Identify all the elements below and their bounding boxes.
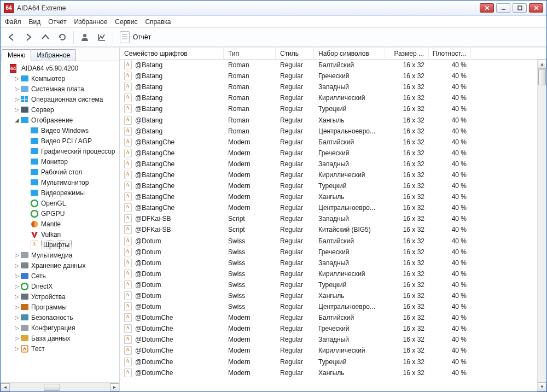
tree-node[interactable]: ▷Конфигурация: [1, 323, 119, 333]
table-row[interactable]: @DotumCheModernRegularХангыль16 x 3240 %: [120, 367, 546, 378]
table-row[interactable]: @DotumCheModernRegularГреческий16 x 3240…: [120, 323, 546, 334]
twist-icon[interactable]: ▷: [14, 96, 20, 102]
tree-node[interactable]: Графический процессор: [1, 146, 119, 156]
column-header[interactable]: Плотност...: [429, 48, 471, 59]
tree-node[interactable]: ▷Мультимедиа: [1, 250, 119, 260]
twist-icon[interactable]: ▷: [14, 262, 20, 268]
table-row[interactable]: @DotumSwissRegularКириллический16 x 3240…: [120, 268, 546, 279]
column-header[interactable]: Стиль: [276, 48, 314, 59]
table-row[interactable]: @BatangRomanRegularБалтийский16 x 3240 %: [120, 60, 546, 71]
tree-node[interactable]: GPGPU: [1, 208, 119, 219]
font-list[interactable]: @BatangRomanRegularБалтийский16 x 3240 %…: [120, 60, 546, 391]
table-row[interactable]: @BatangCheModernRegularЦентральноевро...…: [120, 202, 546, 213]
forward-button[interactable]: [21, 30, 36, 45]
table-row[interactable]: @DotumSwissRegularТурецкий16 x 3240 %: [120, 279, 546, 290]
maximize-button[interactable]: [513, 3, 527, 13]
table-row[interactable]: @BatangRomanRegularЦентральноевро...16 x…: [120, 126, 546, 137]
vscroll-thumb[interactable]: [538, 69, 546, 85]
column-header[interactable]: Семейство шрифтов: [120, 48, 224, 59]
tab-menu[interactable]: Меню: [2, 49, 31, 61]
table-row[interactable]: @BatangRomanRegularГреческий16 x 3240 %: [120, 71, 546, 81]
table-row[interactable]: @BatangCheModernRegularБалтийский16 x 32…: [120, 137, 546, 148]
tree-node[interactable]: Mantle: [1, 219, 119, 229]
hscroll-thumb[interactable]: [44, 384, 60, 391]
table-row[interactable]: @BatangRomanRegularЗападный16 x 3240 %: [120, 81, 546, 92]
tree-node[interactable]: Мультимонитор: [1, 177, 119, 188]
up-button[interactable]: [38, 30, 53, 45]
twist-icon[interactable]: ▷: [14, 283, 20, 289]
table-row[interactable]: @DotumCheModernRegularЗападный16 x 3240 …: [120, 334, 546, 345]
tree-node[interactable]: Видео PCI / AGP: [1, 136, 119, 146]
table-row[interactable]: @DotumSwissRegularЦентральноевро...16 x …: [120, 301, 546, 312]
tree-node[interactable]: ▷Безопасность: [1, 312, 119, 323]
tree-node[interactable]: ▷Устройства: [1, 291, 119, 302]
nav-tree[interactable]: 64AIDA64 v5.90.4200▷Компьютер▷Системная …: [1, 63, 119, 354]
menu-Справка[interactable]: Справка: [145, 18, 171, 26]
column-header[interactable]: Набор символов: [314, 48, 385, 59]
scroll-left-icon[interactable]: ◄: [1, 383, 10, 391]
tree-node[interactable]: ▷Системная плата: [1, 84, 119, 94]
twist-icon[interactable]: ▷: [14, 252, 20, 258]
menu-Вид[interactable]: Вид: [29, 18, 41, 26]
tree-node[interactable]: ▷Сеть: [1, 271, 119, 281]
twist-icon[interactable]: ▷: [14, 335, 20, 341]
tree-node[interactable]: ▷Программы: [1, 302, 119, 312]
tree-node[interactable]: Рабочий стол: [1, 167, 119, 177]
twist-icon[interactable]: ▷: [14, 294, 20, 300]
user-button[interactable]: [77, 30, 92, 45]
table-row[interactable]: @BatangCheModernRegularКириллический16 x…: [120, 169, 546, 180]
tree-node[interactable]: ▷Операционная система: [1, 94, 119, 104]
twist-icon[interactable]: ▷: [14, 346, 20, 352]
table-row[interactable]: @DotumCheModernRegularТурецкий16 x 3240 …: [120, 356, 546, 367]
table-row[interactable]: @BatangRomanRegularТурецкий16 x 3240 %: [120, 103, 546, 114]
twist-icon[interactable]: ◢: [14, 117, 20, 123]
twist-icon[interactable]: ▷: [14, 86, 20, 92]
twist-icon[interactable]: ▷: [14, 75, 20, 81]
tree-node[interactable]: 64AIDA64 v5.90.4200: [1, 63, 119, 73]
table-row[interactable]: @BatangCheModernRegularЗападный16 x 3240…: [120, 159, 546, 169]
menu-Сервис[interactable]: Сервис: [115, 18, 137, 26]
refresh-button[interactable]: [55, 30, 70, 45]
tree-node[interactable]: ▷Хранение данных: [1, 260, 119, 271]
table-row[interactable]: @BatangRomanRegularКириллический16 x 324…: [120, 92, 546, 103]
twist-icon[interactable]: ▷: [14, 107, 20, 113]
tree-node[interactable]: Видео Windows: [1, 125, 119, 136]
list-vscrollbar[interactable]: ▲ ▼: [537, 60, 546, 391]
twist-icon[interactable]: ▷: [14, 314, 20, 320]
tree-node[interactable]: ▷Тест: [1, 343, 119, 354]
back-button[interactable]: [4, 30, 19, 45]
table-row[interactable]: @DotumSwissRegularГреческий16 x 3240 %: [120, 247, 546, 258]
close-button-2[interactable]: [529, 3, 543, 13]
scroll-right-icon[interactable]: ►: [110, 383, 119, 391]
table-row[interactable]: @BatangRomanRegularХангыль16 x 3240 %: [120, 114, 546, 125]
tree-node[interactable]: ▷Сервер: [1, 104, 119, 115]
scroll-down-icon[interactable]: ▼: [538, 382, 546, 391]
tree-node[interactable]: ▷Компьютер: [1, 73, 119, 84]
menu-Файл[interactable]: Файл: [5, 18, 21, 26]
twist-icon[interactable]: ▷: [14, 273, 20, 279]
tree-node[interactable]: Видеорежимы: [1, 188, 119, 198]
table-row[interactable]: @BatangCheModernRegularГреческий16 x 324…: [120, 148, 546, 159]
table-row[interactable]: @BatangCheModernRegularТурецкий16 x 3240…: [120, 180, 546, 191]
twist-icon[interactable]: ▷: [14, 325, 20, 331]
table-row[interactable]: @DotumCheModernRegularБалтийский16 x 324…: [120, 312, 546, 323]
tab-favorites[interactable]: Избранное: [31, 49, 76, 61]
tree-node[interactable]: Монитор: [1, 156, 119, 167]
tree-node[interactable]: OpenGL: [1, 198, 119, 208]
tree-node[interactable]: ▷База данных: [1, 333, 119, 343]
report-button[interactable]: Отчёт: [117, 30, 154, 45]
table-row[interactable]: @DotumSwissRegularЗападный16 x 3240 %: [120, 258, 546, 268]
close-button-1[interactable]: [480, 3, 494, 13]
menu-Избранное[interactable]: Избранное: [74, 18, 108, 26]
tree-node[interactable]: Шрифты: [1, 239, 119, 250]
table-row[interactable]: @DFKai-SBScriptRegularКитайский (BIG5)16…: [120, 224, 546, 235]
column-header[interactable]: Тип: [224, 48, 276, 59]
tree-node[interactable]: ▷DirectX: [1, 281, 119, 291]
tree-node[interactable]: ◢Отображение: [1, 115, 119, 125]
column-headers[interactable]: Семейство шрифтовТипСтильНабор символовР…: [120, 48, 546, 60]
table-row[interactable]: @DotumSwissRegularБалтийский16 x 3240 %: [120, 236, 546, 247]
tree-node[interactable]: Vulkan: [1, 229, 119, 239]
scroll-up-icon[interactable]: ▲: [538, 60, 546, 69]
graph-button[interactable]: [94, 30, 109, 45]
table-row[interactable]: @DotumCheModernRegularКириллический16 x …: [120, 345, 546, 356]
